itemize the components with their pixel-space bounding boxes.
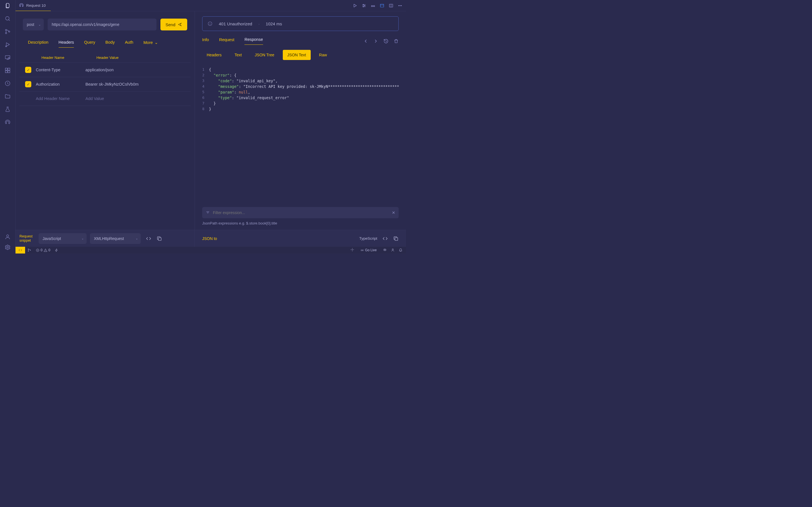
svg-rect-10 bbox=[8, 71, 10, 73]
run-icon[interactable] bbox=[352, 3, 357, 8]
editor-tab[interactable]: Request 10 bbox=[15, 0, 51, 11]
folder-icon[interactable] bbox=[4, 93, 11, 100]
svg-point-35 bbox=[385, 249, 386, 250]
svg-point-21 bbox=[399, 5, 399, 6]
jsonto-lang[interactable]: TypeScript bbox=[359, 236, 377, 240]
settings-sliders-icon[interactable] bbox=[361, 3, 366, 8]
header-row-add: Add Header Name Add Value bbox=[19, 91, 191, 106]
flask-icon[interactable] bbox=[4, 106, 11, 113]
glasses-icon[interactable] bbox=[370, 3, 375, 8]
source-control-icon[interactable] bbox=[4, 28, 11, 35]
resp-tab-request[interactable]: Request bbox=[219, 38, 234, 45]
tab-auth[interactable]: Auth bbox=[125, 40, 133, 48]
scm-branch-icon[interactable] bbox=[25, 247, 34, 253]
vtab-headers[interactable]: Headers bbox=[202, 50, 226, 60]
header-name[interactable]: Content-Type bbox=[36, 68, 81, 72]
timeline-icon[interactable] bbox=[4, 80, 11, 87]
svg-point-12 bbox=[6, 235, 8, 237]
tab-description[interactable]: Description bbox=[28, 40, 49, 48]
window-icon[interactable] bbox=[379, 3, 385, 8]
rapidapi-tab-icon bbox=[19, 3, 24, 8]
column-header-name: Header Name bbox=[42, 55, 64, 60]
chevron-down-icon: ⌄ bbox=[82, 237, 84, 240]
remote-explorer-icon[interactable] bbox=[4, 54, 11, 61]
add-header-name-input[interactable]: Add Header Name bbox=[36, 96, 81, 101]
vtab-raw[interactable]: Raw bbox=[315, 50, 332, 60]
status-bar: 0 0 Go Live bbox=[15, 247, 406, 253]
run-debug-icon[interactable] bbox=[4, 41, 11, 48]
copy-icon[interactable] bbox=[393, 236, 399, 241]
copy-icon[interactable] bbox=[156, 236, 162, 241]
svg-point-23 bbox=[401, 5, 402, 6]
header-toggle-checkbox[interactable]: ✓ bbox=[25, 67, 31, 73]
vtab-jsontext[interactable]: JSON Text bbox=[283, 50, 311, 60]
editor-tab-title: Request 10 bbox=[26, 3, 46, 8]
editor-tabbar: Request 10 bbox=[15, 0, 406, 11]
more-icon[interactable] bbox=[398, 3, 403, 8]
extensions-icon[interactable] bbox=[4, 67, 11, 74]
add-header-value-input[interactable]: Add Value bbox=[86, 96, 188, 101]
send-button[interactable]: Send bbox=[160, 18, 187, 31]
snippet-lang-select[interactable]: JavaScript ⌄ bbox=[39, 233, 87, 244]
tab-query[interactable]: Query bbox=[84, 40, 95, 48]
http-method-value: post bbox=[27, 22, 34, 27]
http-method-select[interactable]: post ⌄ bbox=[23, 18, 44, 31]
header-name[interactable]: Authorization bbox=[36, 82, 81, 87]
close-icon[interactable]: ✕ bbox=[392, 210, 395, 215]
response-body-code[interactable]: 12345678 { "error": { "code": "invalid_a… bbox=[195, 65, 406, 207]
tab-body[interactable]: Body bbox=[105, 40, 115, 48]
svg-rect-9 bbox=[5, 71, 7, 73]
explorer-icon[interactable] bbox=[4, 2, 11, 9]
search-icon[interactable] bbox=[4, 15, 11, 22]
chevron-down-icon: ⌄ bbox=[154, 40, 158, 45]
code-icon[interactable] bbox=[382, 236, 388, 241]
golive-label: Go Live bbox=[365, 248, 377, 252]
history-icon[interactable] bbox=[384, 39, 389, 44]
vtab-jsontree[interactable]: JSON Tree bbox=[250, 50, 279, 60]
url-input[interactable] bbox=[48, 18, 156, 31]
snippet-client-select[interactable]: XMLHttpRequest ⌄ bbox=[90, 233, 141, 244]
filter-icon bbox=[206, 210, 210, 216]
info-icon bbox=[207, 21, 213, 26]
column-header-value: Header Value bbox=[96, 55, 119, 60]
headers-table: Header Name Header Value ✓ Content-Type … bbox=[15, 48, 195, 106]
tab-more-label: More bbox=[144, 40, 153, 45]
next-icon[interactable] bbox=[373, 39, 378, 44]
lightning-icon[interactable] bbox=[52, 247, 61, 253]
settings-gear-icon[interactable] bbox=[4, 244, 11, 251]
account-icon[interactable] bbox=[4, 233, 11, 240]
rapidapi-icon[interactable] bbox=[4, 119, 11, 126]
filter-expression-input[interactable]: ✕ bbox=[202, 207, 399, 218]
code-icon[interactable] bbox=[146, 236, 151, 241]
chevron-down-icon: ⌄ bbox=[38, 23, 41, 26]
vtab-text[interactable]: Text bbox=[230, 50, 246, 60]
filter-field[interactable] bbox=[213, 210, 389, 215]
bell-icon[interactable] bbox=[399, 248, 403, 252]
send-button-label: Send bbox=[165, 22, 175, 27]
warning-count: 0 bbox=[49, 248, 50, 252]
request-tabs: Description Headers Query Body Auth More… bbox=[15, 33, 195, 48]
remote-indicator[interactable] bbox=[15, 247, 25, 253]
snippet-lang-value: JavaScript bbox=[43, 236, 61, 241]
header-toggle-checkbox[interactable]: ✓ bbox=[25, 81, 31, 87]
svg-point-13 bbox=[7, 246, 8, 248]
header-value[interactable]: Bearer sk-JMkyNzOCslVb0m bbox=[86, 82, 188, 87]
svg-point-34 bbox=[384, 249, 385, 250]
copilot-icon[interactable] bbox=[383, 248, 387, 252]
trash-icon[interactable] bbox=[394, 39, 399, 44]
golive-button[interactable]: Go Live bbox=[358, 248, 379, 252]
svg-point-17 bbox=[371, 5, 373, 7]
split-editor-icon[interactable] bbox=[389, 3, 394, 8]
svg-point-32 bbox=[362, 249, 363, 250]
resp-tab-response[interactable]: Response bbox=[245, 37, 263, 45]
tab-headers[interactable]: Headers bbox=[59, 40, 74, 48]
feedback-icon[interactable] bbox=[391, 248, 395, 252]
port-icon[interactable] bbox=[350, 248, 354, 252]
problems-indicator[interactable]: 0 0 bbox=[34, 247, 52, 253]
resp-tab-info[interactable]: Info bbox=[202, 38, 209, 45]
prev-icon[interactable] bbox=[363, 39, 368, 44]
header-value[interactable]: application/json bbox=[86, 68, 188, 72]
svg-rect-5 bbox=[5, 56, 10, 59]
tab-more[interactable]: More ⌄ bbox=[144, 40, 158, 48]
response-snippet-bar: JSON to TypeScript bbox=[195, 230, 406, 247]
